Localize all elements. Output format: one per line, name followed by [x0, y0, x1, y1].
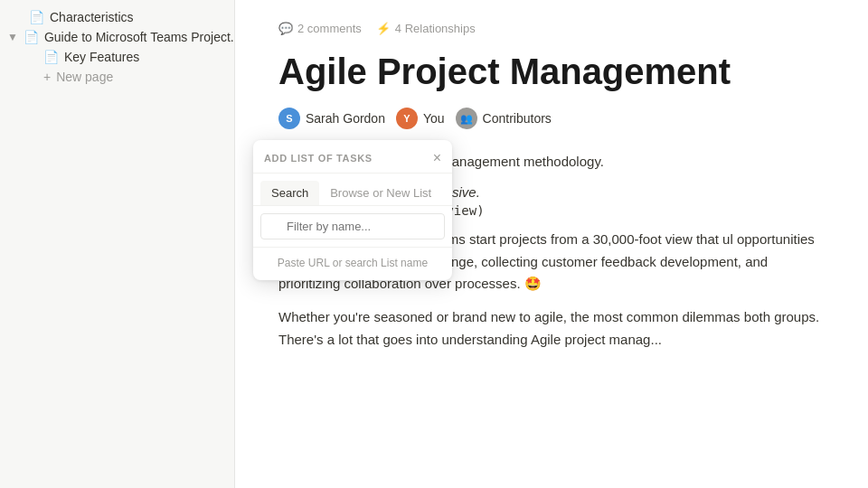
tab-search[interactable]: Search — [260, 181, 319, 205]
contributor-contributors-name: Contributors — [483, 111, 552, 126]
comments-meta[interactable]: 💬 2 comments — [278, 22, 362, 35]
sidebar-item-label: New page — [56, 70, 113, 84]
contributor-you-name: You — [423, 111, 445, 126]
search-input-wrapper: 🔍 — [260, 213, 445, 239]
sidebar-item-newpage[interactable]: + New page — [0, 67, 234, 87]
content-paragraph-3: Whether you're seasoned or brand new to … — [278, 306, 825, 352]
paste-hint: Paste URL or search List name — [253, 248, 452, 280]
modal-search-section: 🔍 — [253, 206, 452, 248]
relationships-icon: ⚡ — [376, 22, 391, 35]
avatar-sarah: S — [278, 108, 300, 129]
doc-icon: 📄 — [24, 30, 39, 44]
doc-icon: 📄 — [29, 10, 44, 24]
relationships-meta[interactable]: ⚡ 4 Relationships — [376, 22, 476, 35]
modal-close-button[interactable]: × — [433, 151, 441, 165]
sidebar: 📄 Characteristics ▼ 📄 Guide to Microsoft… — [0, 0, 235, 488]
contributor-sarah-name: Sarah Gordon — [306, 111, 385, 126]
collapse-arrow-icon: ▼ — [7, 31, 18, 43]
comments-count: 2 comments — [297, 22, 362, 35]
contributor-contributors[interactable]: 👥 Contributors — [456, 108, 552, 129]
sidebar-item-label: Key Features — [64, 50, 139, 64]
sidebar-item-guide[interactable]: ▼ 📄 Guide to Microsoft Teams Project... — [0, 27, 234, 47]
modal-title: ADD LIST OF TASKS — [264, 153, 373, 164]
avatar-you: Y — [396, 108, 418, 129]
modal-tabs: Search Browse or New List — [253, 174, 452, 206]
add-list-modal: ADD LIST OF TASKS × Search Browse or New… — [253, 140, 452, 280]
doc-icon: 📄 — [43, 50, 59, 64]
comment-icon: 💬 — [278, 22, 293, 35]
contributor-sarah[interactable]: S Sarah Gordon — [278, 108, 385, 129]
sidebar-item-label: Guide to Microsoft Teams Project... — [44, 30, 234, 44]
page-title: Agile Project Management — [278, 50, 825, 93]
avatar-contributors: 👥 — [456, 108, 477, 129]
sidebar-item-characteristics[interactable]: 📄 Characteristics — [0, 7, 234, 27]
contributors-row: S Sarah Gordon Y You 👥 Contributors — [278, 108, 825, 129]
contributor-you[interactable]: Y You — [396, 108, 445, 129]
plus-icon: + — [43, 70, 51, 84]
modal-overlay: ADD LIST OF TASKS × Search Browse or New… — [253, 140, 452, 280]
doc-meta-bar: 💬 2 comments ⚡ 4 Relationships — [278, 22, 825, 35]
modal-header: ADD LIST OF TASKS × — [253, 140, 452, 174]
tab-browse[interactable]: Browse or New List — [319, 181, 442, 205]
main-content: 💬 2 comments ⚡ 4 Relationships Agile Pro… — [235, 0, 868, 488]
sidebar-item-label: Characteristics — [50, 10, 134, 24]
sidebar-item-keyfeatures[interactable]: 📄 Key Features — [0, 47, 234, 67]
relationships-count: 4 Relationships — [395, 22, 476, 35]
filter-input[interactable] — [260, 213, 445, 239]
